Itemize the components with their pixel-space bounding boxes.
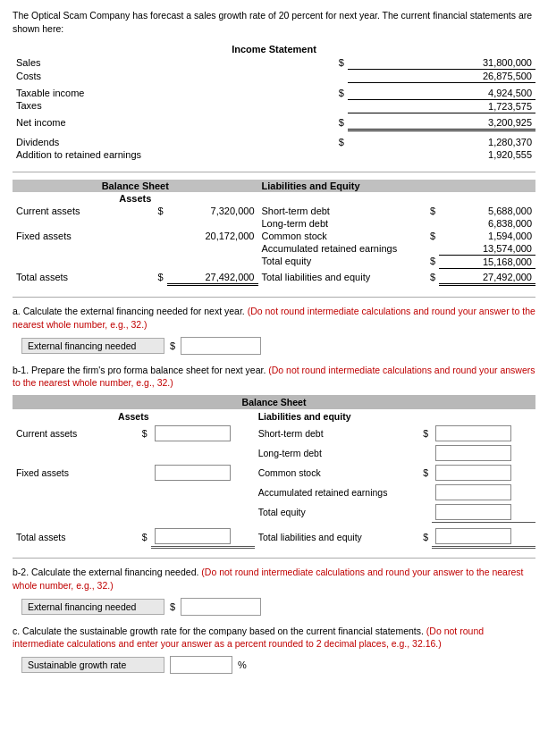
pf-left-dollar: $ — [135, 526, 150, 548]
pf-right-input-cell — [432, 502, 535, 523]
income-statement-title: Income Statement — [13, 44, 535, 55]
bs-left-amount — [167, 242, 258, 256]
is-label: Sales — [13, 56, 325, 70]
efn-input[interactable] — [181, 337, 261, 355]
bs-left-label — [13, 242, 152, 256]
pf-short-term-debt-input[interactable] — [435, 425, 511, 441]
bs-title: Balance Sheet — [13, 180, 258, 192]
is-amount: 1,280,370 — [348, 136, 535, 148]
bs-left-label — [13, 217, 152, 230]
is-label: Taxable income — [13, 87, 325, 100]
bs-left-label — [13, 255, 152, 268]
question-a-label: a. — [13, 306, 21, 316]
is-dollar: $ — [325, 136, 348, 148]
proforma-liabilities-header: Liabilities and equity — [255, 409, 535, 424]
bs-header: Balance Sheet Liabilities and Equity — [13, 180, 535, 192]
bs-right-amount: 6,838,000 — [439, 217, 535, 230]
table-row: Taxes 1,723,575 — [13, 99, 535, 113]
pf-right-label: Long-term debt — [255, 443, 417, 463]
efn-b2-dollar-sign: $ — [170, 601, 175, 612]
is-amount: 4,924,500 — [348, 87, 535, 100]
pf-fixed-assets-input[interactable] — [155, 465, 231, 481]
table-row: Dividends $ 1,280,370 — [13, 136, 535, 148]
bs-right-amount: 5,688,000 — [439, 205, 535, 217]
pf-right-label: Total equity — [255, 502, 417, 523]
bs-left-dollar — [152, 217, 167, 230]
intro-text: The Optical Scam Company has forecast a … — [13, 9, 535, 35]
question-b2: b-2. Calculate the external financing ne… — [13, 566, 535, 615]
question-c-input-row: Sustainable growth rate % — [21, 656, 535, 674]
question-c-body: Calculate the sustainable growth rate fo… — [22, 626, 426, 636]
question-a-text: a. Calculate the external financing need… — [13, 305, 535, 331]
pf-right-label: Total liabilities and equity — [255, 526, 417, 548]
is-amount: 26,875,500 — [348, 70, 535, 83]
bs-left-dollar: $ — [152, 271, 167, 285]
efn-b2-input[interactable] — [181, 598, 261, 616]
pf-right-dollar: $ — [417, 526, 432, 548]
pf-left-dollar — [135, 443, 150, 463]
is-dollar: $ — [325, 56, 348, 70]
bs-left-amount — [167, 255, 258, 268]
proforma-title: Balance Sheet — [13, 395, 535, 409]
pf-right-input-cell — [432, 463, 535, 483]
bs-right-dollar: $ — [424, 205, 439, 217]
pf-total-assets-input[interactable] — [155, 528, 231, 544]
table-row: Current assets $ 7,320,000 Short-term de… — [13, 205, 535, 217]
bs-right-dollar — [424, 217, 439, 230]
bs-right-label: Short-term debt — [258, 205, 425, 217]
pf-left-input-cell — [151, 424, 255, 443]
pf-total-liabilities-equity-input[interactable] — [435, 528, 511, 544]
question-b1-label: b-1. — [13, 365, 29, 375]
pf-right-label: Short-term debt — [255, 424, 417, 443]
bs-right-amount: 27,492,000 — [439, 271, 535, 285]
bs-assets-header: Assets — [13, 192, 258, 205]
proforma-header: Balance Sheet — [13, 395, 535, 409]
balance-sheet-section: Balance Sheet Liabilities and Equity Ass… — [13, 180, 535, 287]
bs-right-label: Long-term debt — [258, 217, 425, 230]
question-c-text: c. Calculate the sustainable growth rate… — [13, 625, 535, 651]
pf-current-assets-input[interactable] — [155, 425, 231, 441]
bs-left-amount: 7,320,000 — [167, 205, 258, 217]
bs-right-dollar: $ — [424, 255, 439, 268]
is-label: Taxes — [13, 99, 325, 113]
table-row: Fixed assets 20,172,000 Common stock $ 1… — [13, 230, 535, 242]
question-b2-text: b-2. Calculate the external financing ne… — [13, 566, 535, 592]
pf-total-equity-input[interactable] — [435, 504, 511, 520]
table-row: Total assets $ 27,492,000 Total liabilit… — [13, 271, 535, 285]
pf-right-label: Common stock — [255, 463, 417, 483]
question-c-label: c. — [13, 626, 20, 636]
proforma-table: Balance Sheet Assets Liabilities and equ… — [13, 395, 535, 549]
pf-acc-retained-earnings-input[interactable] — [435, 484, 511, 500]
question-b1-text: b-1. Prepare the firm's pro forma balanc… — [13, 364, 535, 390]
pf-common-stock-input[interactable] — [435, 465, 511, 481]
pf-right-dollar — [417, 483, 432, 502]
pf-right-input-cell — [432, 424, 535, 443]
table-row: Total assets $ Total liabilities and equ… — [13, 526, 535, 548]
pf-left-label — [13, 502, 135, 523]
income-statement-section: Income Statement Sales $ 31,800,000 Cost… — [13, 44, 535, 161]
sgr-pct-sign: % — [238, 659, 247, 670]
is-dollar: $ — [325, 116, 348, 130]
efn-label: External financing needed — [21, 338, 164, 354]
question-b2-label: b-2. — [13, 567, 29, 577]
bs-right-dollar: $ — [424, 230, 439, 242]
sgr-input[interactable] — [170, 656, 232, 674]
pf-left-dollar — [135, 502, 150, 523]
pf-long-term-debt-input[interactable] — [435, 445, 511, 461]
pf-right-input-cell — [432, 526, 535, 548]
table-row: Current assets $ Short-term debt $ — [13, 424, 535, 443]
is-amount: 31,800,000 — [348, 56, 535, 70]
bs-left-label: Total assets — [13, 271, 152, 285]
table-row: Assets Liabilities and equity — [13, 409, 535, 424]
bs-right-dollar — [424, 242, 439, 256]
bs-right-label: Common stock — [258, 230, 425, 242]
balance-sheet-table: Balance Sheet Liabilities and Equity Ass… — [13, 180, 535, 287]
table-row: Long-term debt — [13, 443, 535, 463]
bs-left-amount — [167, 217, 258, 230]
question-b1-body: Prepare the firm's pro forma balance she… — [31, 365, 268, 375]
question-a-body: Calculate the external financing needed … — [23, 306, 248, 316]
pf-left-input-cell — [151, 483, 255, 502]
table-row: Sales $ 31,800,000 — [13, 56, 535, 70]
question-a: a. Calculate the external financing need… — [13, 305, 535, 354]
is-label: Dividends — [13, 136, 325, 148]
